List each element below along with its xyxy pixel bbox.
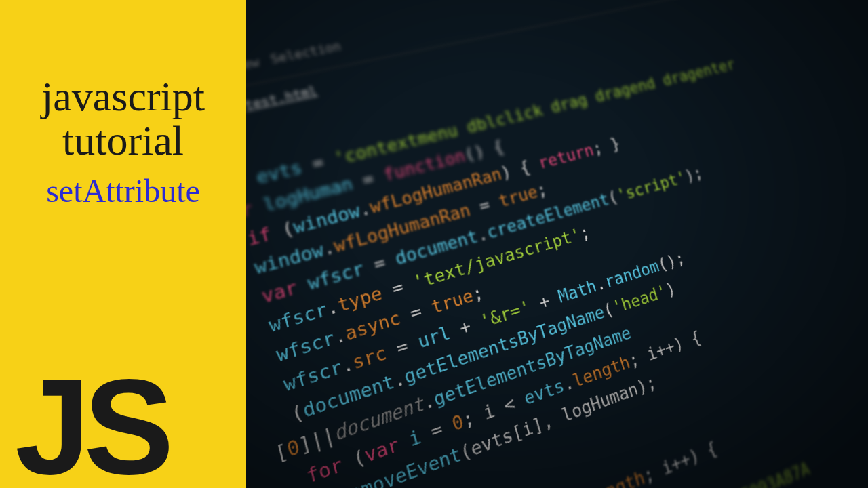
menu-view: iew	[246, 53, 262, 77]
code-editor-photo: iew Selection test.html }; var evts = 'c…	[246, 0, 868, 488]
sidebar-panel: javascript tutorial setAttribute JS	[0, 0, 246, 488]
subtitle: setAttribute	[14, 172, 233, 209]
code-inner: iew Selection test.html }; var evts = 'c…	[246, 0, 868, 488]
title-line-2: tutorial	[14, 119, 233, 163]
title-line-1: javascript	[14, 75, 233, 119]
js-badge: JS	[0, 373, 167, 488]
menu-selection: Selection	[269, 37, 344, 70]
tab-test-html: test.html	[246, 81, 319, 116]
